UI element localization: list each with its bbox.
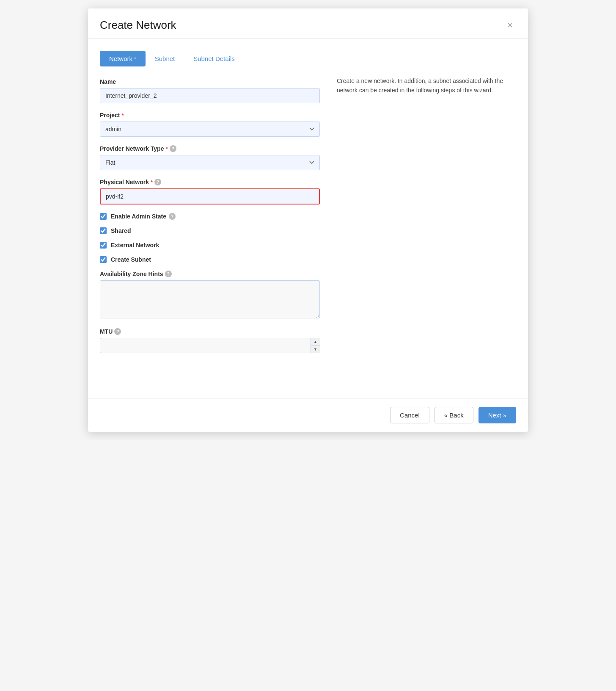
mtu-label: MTU ?: [100, 328, 320, 335]
mtu-input[interactable]: [100, 338, 320, 353]
tab-subnet[interactable]: Subnet: [146, 51, 184, 66]
left-column: Network * Subnet Subnet Details Name Pro…: [100, 51, 320, 398]
tab-subnet-details[interactable]: Subnet Details: [184, 51, 244, 66]
create-subnet-label[interactable]: Create Subnet: [111, 256, 151, 263]
right-column: Create a new network. In addition, a sub…: [337, 51, 516, 398]
shared-group: Shared: [100, 227, 320, 234]
dialog-title: Create Network: [100, 19, 176, 32]
project-label: Project *: [100, 112, 320, 119]
create-subnet-checkbox[interactable]: [100, 256, 107, 263]
name-label: Name: [100, 78, 320, 85]
physical-required-star: *: [151, 179, 153, 185]
create-subnet-group: Create Subnet: [100, 256, 320, 263]
enable-admin-state-group: Enable Admin State ?: [100, 213, 320, 220]
tab-network[interactable]: Network *: [100, 51, 146, 66]
availability-zone-hints-label: Availability Zone Hints ?: [100, 271, 320, 277]
physical-network-field-group: Physical Network * ?: [100, 179, 320, 205]
provider-network-type-select[interactable]: Flat Local VLAN VXLAN GRE: [100, 155, 320, 170]
mtu-wrapper: ▲ ▼: [100, 338, 320, 353]
provider-network-type-label: Provider Network Type * ?: [100, 145, 320, 152]
help-text: Create a new network. In addition, a sub…: [337, 76, 516, 95]
external-network-checkbox[interactable]: [100, 242, 107, 249]
availability-zone-hints-textarea[interactable]: [100, 280, 320, 318]
enable-admin-state-label[interactable]: Enable Admin State ?: [111, 213, 176, 220]
mtu-spin-up-button[interactable]: ▲: [311, 338, 320, 346]
external-network-group: External Network: [100, 242, 320, 249]
physical-network-help-icon: ?: [154, 179, 161, 185]
availability-zone-hints-field-group: Availability Zone Hints ?: [100, 271, 320, 320]
provider-network-type-help-icon: ?: [170, 145, 176, 152]
external-network-label[interactable]: External Network: [111, 242, 159, 249]
cancel-button[interactable]: Cancel: [390, 407, 429, 423]
dialog-body: Network * Subnet Subnet Details Name Pro…: [88, 39, 528, 398]
enable-admin-help-icon: ?: [169, 213, 176, 220]
project-select[interactable]: admin: [100, 122, 320, 137]
mtu-spin-down-button[interactable]: ▼: [311, 346, 320, 354]
physical-network-label: Physical Network * ?: [100, 179, 320, 185]
project-field-group: Project * admin: [100, 112, 320, 137]
name-input[interactable]: [100, 88, 320, 103]
project-required-star: *: [121, 112, 124, 119]
provider-network-type-select-wrapper: Flat Local VLAN VXLAN GRE: [100, 155, 320, 170]
enable-admin-state-checkbox[interactable]: [100, 213, 107, 220]
mtu-spinners: ▲ ▼: [311, 338, 320, 353]
next-button[interactable]: Next »: [478, 407, 516, 423]
tabs: Network * Subnet Subnet Details: [100, 51, 320, 66]
create-network-dialog: Create Network × Network * Subnet Subnet…: [88, 8, 528, 432]
availability-zone-help-icon: ?: [165, 271, 172, 277]
network-tab-required-star: *: [132, 56, 136, 62]
project-select-wrapper: admin: [100, 122, 320, 137]
physical-network-input[interactable]: [100, 188, 320, 205]
shared-checkbox[interactable]: [100, 227, 107, 234]
name-field-group: Name: [100, 78, 320, 103]
provider-network-type-field-group: Provider Network Type * ? Flat Local VLA…: [100, 145, 320, 170]
mtu-field-group: MTU ? ▲ ▼: [100, 328, 320, 353]
dialog-header: Create Network ×: [88, 8, 528, 39]
close-button[interactable]: ×: [504, 19, 516, 32]
dialog-footer: Cancel « Back Next »: [88, 398, 528, 432]
mtu-help-icon: ?: [114, 328, 121, 335]
back-button[interactable]: « Back: [434, 407, 473, 423]
shared-label[interactable]: Shared: [111, 227, 131, 234]
provider-required-star: *: [165, 146, 168, 152]
